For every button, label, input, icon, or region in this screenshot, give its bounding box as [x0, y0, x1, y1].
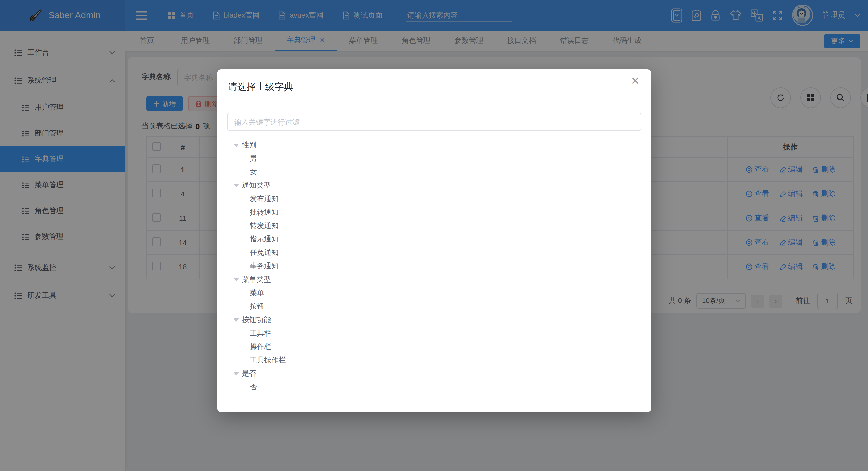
caret-down-icon[interactable]	[234, 144, 239, 147]
dict-tree: 性别 男 女 通知类型 发布通知 批转通知 转发通知 指示通知 任免通知 事务通…	[217, 138, 651, 394]
tree-node[interactable]: 事务通知	[217, 259, 651, 273]
tree-node[interactable]: 批转通知	[217, 206, 651, 219]
tree-node[interactable]: 任免通知	[217, 246, 651, 259]
tree-node[interactable]: 菜单类型	[217, 273, 651, 286]
tree-node[interactable]: 按钮	[217, 300, 651, 313]
caret-down-icon[interactable]	[234, 184, 239, 187]
tree-node[interactable]: 转发通知	[217, 219, 651, 233]
caret-down-icon[interactable]	[234, 278, 239, 281]
tree-node[interactable]: 通知类型	[217, 179, 651, 192]
dialog-title: 请选择上级字典	[228, 81, 293, 93]
app-root: Saber Admin 首页 bladex官网 avuex官网 测试页面	[0, 0, 868, 471]
tree-node[interactable]: 指示通知	[217, 233, 651, 246]
tree-node[interactable]: 女	[217, 165, 651, 179]
tree-node[interactable]: 操作栏	[217, 340, 651, 354]
caret-down-icon[interactable]	[234, 318, 239, 322]
tree-node[interactable]: 按钮功能	[217, 313, 651, 327]
tree-node[interactable]: 菜单	[217, 286, 651, 300]
tree-node[interactable]: 性别	[217, 138, 651, 152]
tree-filter-input[interactable]	[227, 113, 641, 131]
tree-node[interactable]: 否	[217, 380, 651, 394]
tree-node[interactable]: 工具栏	[217, 327, 651, 340]
tree-node[interactable]: 发布通知	[217, 192, 651, 206]
tree-node[interactable]: 工具操作栏	[217, 354, 651, 367]
close-icon[interactable]: ✕	[630, 75, 640, 87]
tree-node[interactable]: 男	[217, 152, 651, 165]
tree-node[interactable]: 是否	[217, 367, 651, 380]
parent-dict-dialog: 请选择上级字典 ✕ 性别 男 女 通知类型 发布通知 批转通知 转发通知 指示通…	[217, 69, 651, 412]
caret-down-icon[interactable]	[234, 372, 239, 375]
